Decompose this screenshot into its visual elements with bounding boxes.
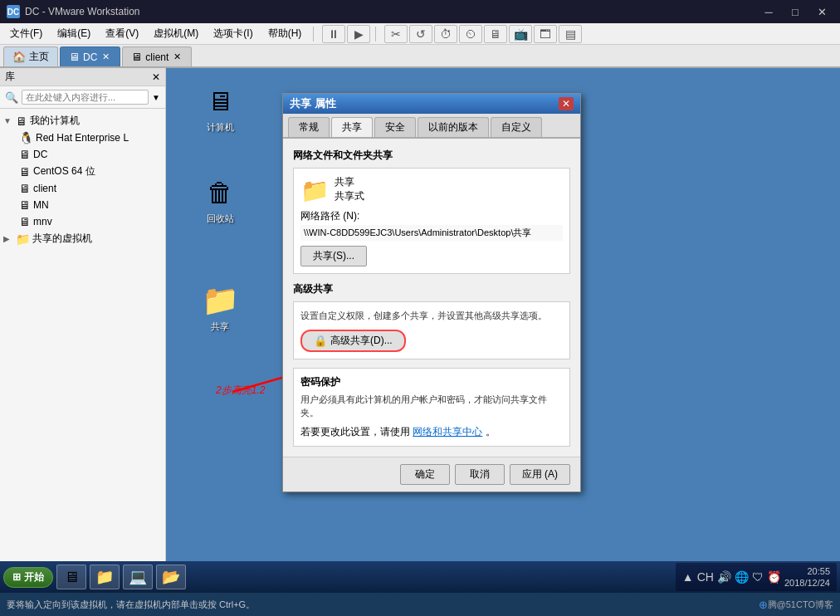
tray-time-display: 20:55 2018/12/24 [784, 565, 830, 589]
dialog-footer: 确定 取消 应用 (A) [283, 457, 580, 491]
dialog-content: 网络文件和文件夹共享 📁 共享 共享式 网络路径 (N): \\WIN-C8DD… [283, 139, 580, 457]
network-sharing-center-link[interactable]: 网络和共享中心 [413, 426, 482, 438]
desktop-icon-computer[interactable]: 🖥 计算机 [191, 85, 249, 134]
shared-expand-icon: ▶ [3, 234, 13, 243]
annotation-text: 2步高亮1.2 [216, 384, 265, 398]
dc-tab-close[interactable]: ✕ [100, 51, 111, 62]
menu-vm[interactable]: 虚拟机(M) [147, 25, 205, 42]
dialog-tab-share[interactable]: 共享 [331, 117, 373, 137]
tree-item-dc[interactable]: 🖥 DC [0, 146, 165, 163]
taskbar-icon2[interactable]: 📁 [90, 565, 120, 589]
tree-item-mn[interactable]: 🖥 MN [0, 197, 165, 213]
home-icon: 🏠 [12, 51, 26, 63]
advanced-desc: 设置自定义权限，创建多个共享，并设置其他高级共享选项。 [300, 309, 563, 323]
tray-up-arrow[interactable]: ▲ [682, 570, 694, 584]
dialog-tab-security[interactable]: 安全 [374, 117, 416, 137]
cancel-button[interactable]: 取消 [455, 464, 505, 485]
taskbar-icon3[interactable]: 💻 [123, 565, 153, 589]
folder-share-icon: 📁 [300, 177, 330, 204]
dc-tab-icon: 🖥 [69, 51, 80, 63]
advanced-share-button[interactable]: 🔒 高级共享(D)... [300, 330, 406, 352]
menu-help[interactable]: 帮助(H) [261, 25, 309, 42]
app-icon: DC [7, 5, 20, 18]
dialog-tab-custom[interactable]: 自定义 [491, 117, 542, 137]
toolbar-cut[interactable]: ✂ [384, 25, 408, 43]
share-button[interactable]: 共享(S)... [300, 246, 367, 266]
sidebar-header: 库 ✕ [0, 68, 165, 86]
tab-dc[interactable]: 🖥 DC ✕ [60, 46, 120, 66]
network-sharing-title: 网络文件和文件夹共享 [293, 149, 570, 163]
advanced-share-icon: 🔒 [314, 335, 327, 347]
maximize-button[interactable]: □ [784, 3, 807, 20]
dialog-title: 共享 属性 [290, 96, 336, 111]
tab-home[interactable]: 🏠 主页 [3, 46, 58, 66]
dialog-tab-general[interactable]: 常规 [288, 117, 330, 137]
start-button[interactable]: ⊞ 开始 [3, 567, 53, 588]
password-desc: 用户必须具有此计算机的用户帐户和密码，才能访问共享文件夹。 [300, 393, 563, 420]
title-bar: DC DC - VMware Workstation ─ □ ✕ [0, 0, 840, 23]
menu-file[interactable]: 文件(F) [3, 25, 49, 42]
recycle-icon: 🗑 [203, 176, 237, 209]
tab-bar: 🏠 主页 🖥 DC ✕ 🖥 client ✕ [0, 45, 840, 68]
toolbar-clock[interactable]: ⏱ [434, 25, 457, 43]
toolbar-monitor3[interactable]: 🗔 [534, 25, 557, 43]
toolbar-monitor[interactable]: 🖥 [484, 25, 507, 43]
toolbar-panel[interactable]: ▤ [559, 25, 582, 43]
tree-item-centos[interactable]: 🖥 CentOS 64 位 [0, 163, 165, 180]
computer-icon: 🖥 [203, 85, 237, 118]
menu-tab[interactable]: 选项卡(I) [207, 25, 259, 42]
search-icon: 🔍 [5, 91, 18, 104]
sidebar-tree: ▼ 🖥 我的计算机 🐧 Red Hat Enterprise L 🖥 DC 🖥 … [0, 109, 165, 579]
tree-item-redhat[interactable]: 🐧 Red Hat Enterprise L [0, 130, 165, 146]
toolbar-pause[interactable]: ⏸ [322, 25, 345, 43]
toolbar-arrow[interactable]: ▶ [347, 25, 370, 43]
dialog-close-button[interactable]: ✕ [559, 97, 574, 110]
toolbar-monitor2[interactable]: 📺 [509, 25, 532, 43]
sidebar: 库 ✕ 🔍 ▼ ▼ 🖥 我的计算机 🐧 Red Hat Enterprise L… [0, 68, 166, 593]
tray-clock[interactable]: ⏰ [767, 570, 781, 584]
window-controls: ─ □ ✕ [757, 3, 833, 20]
toolbar-refresh[interactable]: ↺ [409, 25, 432, 43]
menu-view[interactable]: 查看(V) [99, 25, 145, 42]
password-change-row: 若要更改此设置，请使用 网络和共享中心 。 [300, 425, 563, 439]
tray-lang[interactable]: CH [697, 570, 714, 584]
main-layout: 库 ✕ 🔍 ▼ ▼ 🖥 我的计算机 🐧 Red Hat Enterprise L… [0, 68, 840, 593]
desktop-icon-share[interactable]: 📁 共享 [191, 284, 249, 334]
status-vmware-icon: ⊕ [759, 599, 768, 611]
window-title: DC - VMware Workstation [25, 6, 139, 17]
taskbar-icon4[interactable]: 📂 [156, 565, 186, 589]
tree-item-client[interactable]: 🖥 client [0, 180, 165, 197]
client-tab-close[interactable]: ✕ [172, 51, 183, 62]
status-right-text: 腾@51CTO博客 [768, 599, 833, 611]
search-dropdown-icon[interactable]: ▼ [152, 93, 160, 102]
vm-desktop[interactable]: 🖥 计算机 🗑 回收站 📁 共享 2步高亮1.2 共 [166, 68, 840, 593]
password-section: 密码保护 用户必须具有此计算机的用户帐户和密码，才能访问共享文件夹。 若要更改此… [293, 368, 570, 447]
network-path-label: 网络路径 (N): [300, 209, 563, 223]
status-text: 要将输入定向到该虚拟机，请在虚拟机内部单击或按 Ctrl+G。 [7, 599, 759, 611]
tab-client[interactable]: 🖥 client ✕ [122, 46, 192, 66]
dialog-tabs: 常规 共享 安全 以前的版本 自定义 [283, 114, 580, 139]
advanced-section: 设置自定义权限，创建多个共享，并设置其他高级共享选项。 🔒 高级共享(D)... [293, 301, 570, 359]
toolbar-clock2[interactable]: ⏲ [459, 25, 482, 43]
share-section: 📁 共享 共享式 网络路径 (N): \\WIN-C8DD599EJC3\Use… [293, 168, 570, 274]
ok-button[interactable]: 确定 [400, 464, 450, 485]
sidebar-close-icon[interactable]: ✕ [152, 71, 160, 83]
menu-edit[interactable]: 编辑(E) [51, 25, 97, 42]
minimize-button[interactable]: ─ [757, 3, 780, 20]
client-tab-icon: 🖥 [131, 51, 142, 63]
tray-speaker[interactable]: 🔊 [717, 570, 731, 584]
dialog-tab-previous[interactable]: 以前的版本 [418, 117, 489, 137]
advanced-sharing-title: 高级共享 [293, 282, 570, 296]
tray-network[interactable]: 🌐 [735, 570, 749, 584]
share-folder-icon: 📁 [203, 284, 237, 317]
desktop-icon-recycle[interactable]: 🗑 回收站 [191, 176, 249, 226]
taskbar-icon1[interactable]: 🖥 [56, 565, 86, 589]
tree-item-mnv[interactable]: 🖥 mnv [0, 213, 165, 230]
tray-shield[interactable]: 🛡 [752, 570, 764, 584]
share-names: 共享 共享式 [335, 175, 364, 203]
apply-button[interactable]: 应用 (A) [510, 464, 570, 485]
tree-item-shared-vm[interactable]: ▶ 📁 共享的虚拟机 [0, 230, 165, 247]
close-button[interactable]: ✕ [810, 3, 833, 20]
search-input[interactable] [22, 90, 149, 105]
tree-item-my-computers[interactable]: ▼ 🖥 我的计算机 [0, 112, 165, 130]
